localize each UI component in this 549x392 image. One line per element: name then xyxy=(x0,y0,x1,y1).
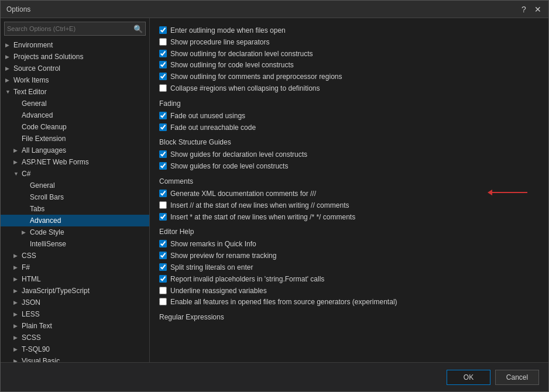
tree-arrow-code-style: ▶ xyxy=(22,229,30,235)
tree-arrow-json: ▶ xyxy=(13,300,22,305)
tree-item-general[interactable]: General xyxy=(1,98,149,109)
search-box[interactable]: 🔍 xyxy=(4,22,146,36)
dialog-title: Options xyxy=(6,5,30,13)
section-header-fading: Fading xyxy=(159,99,539,108)
section-header-regular-expressions: Regular Expressions xyxy=(159,313,539,321)
tree-item-less[interactable]: ▶LESS xyxy=(1,308,149,320)
tree-item-intellisense[interactable]: IntelliSense xyxy=(1,238,149,250)
checkbox-label-guides-declaration: Show guides for declaration level constr… xyxy=(170,150,307,160)
tree-item-html[interactable]: ▶HTML xyxy=(1,273,149,285)
checkbox-label-underline-reassigned: Underline reassigned variables xyxy=(170,286,267,296)
tree-item-plain-text[interactable]: ▶Plain Text xyxy=(1,320,149,332)
tree-label-intellisense: IntelliSense xyxy=(30,240,149,248)
tree-label-projects-solutions: Projects and Solutions xyxy=(13,53,149,61)
tree-item-javascript-typescript[interactable]: ▶JavaScript/TypeScript xyxy=(1,285,149,297)
tree-label-fsharp: F# xyxy=(22,263,149,271)
tree-item-all-languages[interactable]: ▶All Languages xyxy=(1,145,149,156)
options-dialog: Options ? ✕ 🔍 ▶Environment▶Projects and … xyxy=(0,0,549,392)
checkbox-enter-outlining[interactable] xyxy=(159,26,167,34)
tree-label-html: HTML xyxy=(22,275,149,283)
tree-item-code-cleanup[interactable]: Code Cleanup xyxy=(1,121,149,133)
checkbox-outlining-code[interactable] xyxy=(159,61,167,68)
checkbox-show-remarks[interactable] xyxy=(159,240,167,247)
tree-item-file-extension[interactable]: File Extension xyxy=(1,133,149,145)
checkbox-guides-code[interactable] xyxy=(159,162,167,170)
tree-item-text-editor[interactable]: ▼Text Editor xyxy=(1,86,149,98)
checkbox-fade-usings[interactable] xyxy=(159,112,167,119)
tree-item-projects-solutions[interactable]: ▶Projects and Solutions xyxy=(1,51,149,63)
checkbox-row-fade-usings: Fade out unused usings xyxy=(159,111,539,121)
tree-arrow-fsharp: ▶ xyxy=(13,264,22,270)
tree-arrow-scss: ▶ xyxy=(13,335,22,341)
checkbox-label-fade-unreachable: Fade out unreachable code xyxy=(170,123,256,133)
tree-item-tabs[interactable]: Tabs xyxy=(1,203,149,215)
tree-label-javascript-typescript: JavaScript/TypeScript xyxy=(22,287,149,295)
tree-item-source-control[interactable]: ▶Source Control xyxy=(1,63,149,74)
tree-item-environment[interactable]: ▶Environment xyxy=(1,39,149,51)
tree-label-code-style: Code Style xyxy=(30,228,149,236)
checkbox-row-guides-declaration: Show guides for declaration level constr… xyxy=(159,150,539,160)
tree-label-code-cleanup: Code Cleanup xyxy=(22,123,149,131)
checkbox-outlining-comments[interactable] xyxy=(159,73,167,80)
checkbox-outlining-declaration[interactable] xyxy=(159,50,167,57)
tree-arrow-projects-solutions: ▶ xyxy=(5,54,13,60)
tree-arrow-csharp: ▼ xyxy=(13,171,22,177)
tree-item-work-items[interactable]: ▶Work Items xyxy=(1,74,149,86)
checkbox-guides-declaration[interactable] xyxy=(159,150,167,158)
cancel-button[interactable]: Cancel xyxy=(495,370,539,385)
arrow-head xyxy=(488,190,492,195)
section-header-block-structure: Block Structure Guides xyxy=(159,138,539,146)
checkbox-label-collapse-regions: Collapse #regions when collapsing to def… xyxy=(170,84,320,94)
tree-item-scss[interactable]: ▶SCSS xyxy=(1,332,149,343)
tree-arrow-work-items: ▶ xyxy=(5,77,13,83)
checkbox-insert-star[interactable] xyxy=(159,213,167,221)
tree-arrow-javascript-typescript: ▶ xyxy=(13,288,22,294)
options-content: Enter outlining mode when files openShow… xyxy=(150,18,548,362)
tree-label-visual-basic: Visual Basic xyxy=(22,357,149,362)
tree-item-advanced-csharp[interactable]: Advanced xyxy=(1,215,149,226)
checkbox-procedure-line[interactable] xyxy=(159,38,167,46)
tree-item-csharp[interactable]: ▼C# xyxy=(1,168,149,180)
tree-label-advanced-csharp: Advanced xyxy=(30,216,149,225)
help-button[interactable]: ? xyxy=(519,5,529,14)
close-button[interactable]: ✕ xyxy=(533,5,543,14)
checkbox-row-outlining-code: Show outlining for code level constructs xyxy=(159,60,539,70)
ok-button[interactable]: OK xyxy=(447,370,490,385)
tree-item-css[interactable]: ▶CSS xyxy=(1,250,149,262)
checkbox-label-enter-outlining: Enter outlining mode when files open xyxy=(170,26,286,36)
checkbox-label-procedure-line: Show procedure line separators xyxy=(170,37,269,47)
tree-item-code-style[interactable]: ▶Code Style xyxy=(1,226,149,238)
checkbox-row-report-invalid: Report invalid placeholders in 'string.F… xyxy=(159,274,539,284)
checkbox-report-invalid[interactable] xyxy=(159,275,167,283)
tree-item-visual-basic[interactable]: ▶Visual Basic xyxy=(1,355,149,362)
tree-arrow-all-languages: ▶ xyxy=(13,147,22,153)
checkbox-enable-all-features[interactable] xyxy=(159,298,167,305)
tree-item-csharp-general[interactable]: General xyxy=(1,180,149,191)
checkbox-row-split-string: Split string literals on enter xyxy=(159,263,539,273)
tree-item-scroll-bars[interactable]: Scroll Bars xyxy=(1,191,149,203)
checkbox-row-show-preview-rename: Show preview for rename tracking xyxy=(159,251,539,261)
tree-label-aspnet-web-forms: ASP.NET Web Forms xyxy=(22,158,149,166)
search-icon: 🔍 xyxy=(133,25,143,33)
checkbox-label-guides-code: Show guides for code level constructs xyxy=(170,161,288,171)
checkbox-row-enter-outlining: Enter outlining mode when files open xyxy=(159,26,539,36)
tree-label-csharp: C# xyxy=(22,170,149,178)
checkbox-collapse-regions[interactable] xyxy=(159,84,167,92)
search-input[interactable] xyxy=(7,25,133,32)
tree-item-fsharp[interactable]: ▶F# xyxy=(1,262,149,273)
tree-label-csharp-general: General xyxy=(30,181,149,190)
title-bar: Options ? ✕ xyxy=(1,1,548,18)
section-header-comments: Comments xyxy=(159,177,539,185)
checkbox-row-collapse-regions: Collapse #regions when collapsing to def… xyxy=(159,84,539,94)
tree-item-tsql90[interactable]: ▶T-SQL90 xyxy=(1,343,149,355)
section-header-editor-help: Editor Help xyxy=(159,228,539,236)
tree-item-advanced-te[interactable]: Advanced xyxy=(1,109,149,121)
checkbox-fade-unreachable[interactable] xyxy=(159,123,167,131)
tree-item-json[interactable]: ▶JSON xyxy=(1,297,149,308)
checkbox-underline-reassigned[interactable] xyxy=(159,287,167,294)
checkbox-generate-xml-comments[interactable] xyxy=(159,190,167,197)
tree-item-aspnet-web-forms[interactable]: ▶ASP.NET Web Forms xyxy=(1,156,149,168)
checkbox-show-preview-rename[interactable] xyxy=(159,252,167,259)
checkbox-split-string[interactable] xyxy=(159,263,167,271)
checkbox-insert-slash-slash[interactable] xyxy=(159,201,167,209)
